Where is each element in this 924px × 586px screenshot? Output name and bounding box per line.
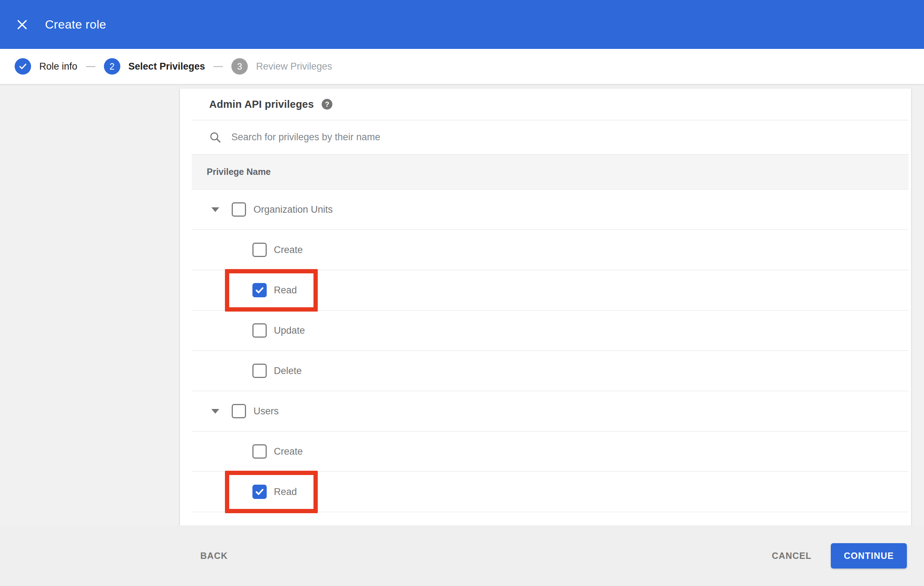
search-icon <box>209 131 221 143</box>
step-label: Review Privileges <box>256 61 332 72</box>
privilege-label: Update <box>274 325 305 336</box>
privilege-checkbox[interactable] <box>252 364 267 378</box>
table-row-privilege: Create <box>192 431 909 472</box>
search-input[interactable] <box>231 127 909 148</box>
panel-title: Admin API privileges <box>209 99 314 110</box>
selection-highlight-box <box>225 471 318 513</box>
page-background: Admin API privileges ? Privilege Name <box>0 84 924 586</box>
check-icon <box>18 62 28 71</box>
privilege-checkbox[interactable] <box>252 444 267 459</box>
back-button[interactable]: BACK <box>200 551 228 561</box>
collapse-caret-icon[interactable] <box>211 207 219 212</box>
privilege-label: Read <box>274 486 297 497</box>
privilege-checkbox[interactable] <box>252 485 267 499</box>
app-bar-title: Create role <box>45 18 106 31</box>
table-row-group: Users <box>192 391 909 431</box>
privilege-checkbox[interactable] <box>252 283 267 297</box>
search-row <box>192 120 909 154</box>
table-row-privilege: Update <box>192 311 909 351</box>
step-number-circle: 2 <box>104 58 120 74</box>
continue-button[interactable]: CONTINUE <box>831 543 907 568</box>
privilege-checkbox[interactable] <box>252 243 267 257</box>
group-label: Users <box>254 406 279 417</box>
step-completed-circle <box>15 58 31 74</box>
table-header-label: Privilege Name <box>207 167 271 177</box>
step-connector <box>86 66 95 67</box>
privileges-table: Privilege Name Organization Units Create… <box>192 120 909 512</box>
close-icon <box>16 18 28 31</box>
step-label: Select Privileges <box>129 61 205 72</box>
privilege-rows: Organization Units Create Read Update <box>192 189 909 512</box>
privilege-label: Create <box>274 244 303 255</box>
privilege-checkbox[interactable] <box>252 323 267 337</box>
group-checkbox[interactable] <box>232 202 246 217</box>
step-role-info[interactable]: Role info <box>15 58 78 74</box>
step-review-privileges[interactable]: 3 Review Privileges <box>231 58 332 74</box>
selection-highlight-box <box>225 269 318 311</box>
table-row-group: Organization Units <box>192 189 909 230</box>
app-bar: Create role <box>0 0 924 49</box>
close-button[interactable] <box>12 14 33 35</box>
collapse-caret-icon[interactable] <box>211 409 219 414</box>
cancel-button[interactable]: CANCEL <box>772 551 812 561</box>
content-panel: Admin API privileges ? Privilege Name <box>180 89 911 525</box>
group-label: Organization Units <box>254 204 333 215</box>
privilege-label: Delete <box>274 365 302 377</box>
table-row-privilege: Read <box>192 270 909 311</box>
step-select-privileges[interactable]: 2 Select Privileges <box>104 58 205 74</box>
step-number-circle: 3 <box>231 58 248 74</box>
table-row-privilege: Delete <box>192 351 909 391</box>
panel-title-row: Admin API privileges ? <box>180 89 911 120</box>
footer-right-group: CANCEL CONTINUE <box>772 543 907 568</box>
table-header-row: Privilege Name <box>192 154 909 189</box>
footer-bar: BACK CANCEL CONTINUE <box>0 525 924 586</box>
step-label: Role info <box>39 61 78 72</box>
privilege-label: Create <box>274 446 303 457</box>
table-row-privilege: Read <box>192 472 909 512</box>
group-checkbox[interactable] <box>232 404 246 418</box>
stepper: Role info 2 Select Privileges 3 Review P… <box>0 49 924 84</box>
privilege-label: Read <box>274 285 297 296</box>
step-connector <box>213 66 223 67</box>
table-row-privilege: Create <box>192 230 909 270</box>
help-icon[interactable]: ? <box>322 99 332 110</box>
